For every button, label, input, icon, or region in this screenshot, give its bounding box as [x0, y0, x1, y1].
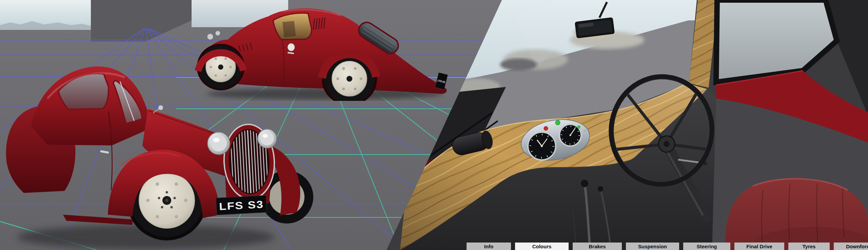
- tab-info[interactable]: Info: [467, 243, 511, 250]
- window-interior-shade: [282, 21, 296, 37]
- car-front-view: LFS S3: [0, 54, 326, 250]
- plate-screw: [584, 129, 586, 132]
- indicator-lamp-green-2: [577, 125, 580, 129]
- clock-gauge: [528, 132, 556, 160]
- handbrake-knob: [598, 186, 603, 192]
- setup-tab-bar: Info Colours Brakes Suspension Steering …: [467, 243, 868, 250]
- door-roundel: [288, 43, 295, 51]
- plate-screw: [524, 149, 526, 151]
- tab-downforce[interactable]: Downforce: [834, 243, 868, 250]
- interior-viewport[interactable]: [373, 0, 868, 250]
- headlight-right: [215, 31, 220, 36]
- running-board: [63, 215, 133, 225]
- tab-final-drive[interactable]: Final Drive: [734, 243, 784, 250]
- tab-suspension[interactable]: Suspension: [626, 243, 679, 250]
- tab-colours[interactable]: Colours: [515, 243, 569, 250]
- front-plate-text: LFS S3: [219, 199, 264, 212]
- headlight-left: [208, 132, 230, 155]
- indicator-lamp-red: [544, 126, 548, 130]
- tab-tyres[interactable]: Tyres: [788, 243, 830, 250]
- front-number-plate: LFS S3: [216, 195, 267, 215]
- door-handle: [100, 150, 109, 154]
- gear-knob: [581, 180, 588, 187]
- wing-mirror: [158, 105, 163, 110]
- headlight-left: [207, 34, 213, 39]
- indicator-lamp-green: [555, 120, 560, 125]
- headlight-right: [258, 129, 277, 148]
- tab-brakes[interactable]: Brakes: [573, 243, 622, 250]
- tab-steering[interactable]: Steering: [683, 243, 730, 250]
- garage-screen: LFS S3: [0, 0, 868, 250]
- seat: [725, 179, 868, 250]
